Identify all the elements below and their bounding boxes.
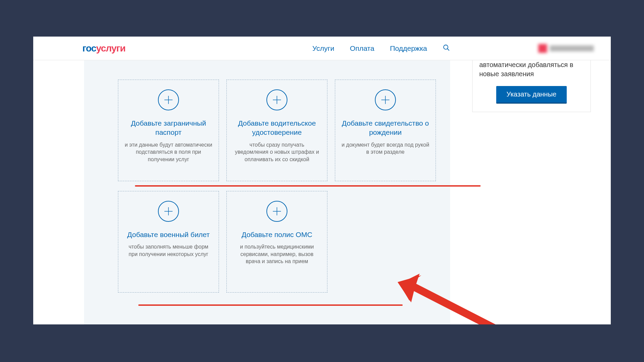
logo-part-gos: гос xyxy=(82,43,96,54)
user-name-blurred xyxy=(550,45,594,51)
logo[interactable]: госуслуги xyxy=(82,43,125,54)
nav-payment[interactable]: Оплата xyxy=(350,44,374,52)
card-desc: и эти данные будут автоматически подстав… xyxy=(124,141,213,163)
plus-icon xyxy=(266,89,287,110)
card-title: Добавьте военный билет xyxy=(124,230,213,239)
card-desc: и пользуйтесь медицинскими сервисами, на… xyxy=(233,243,321,265)
card-title: Добавьте свидетельство о рождении xyxy=(341,119,429,137)
card-title: Добавьте полис ОМС xyxy=(233,230,321,239)
logo-part-uslugi: услуги xyxy=(96,43,125,54)
cards-row-1: Добавьте заграничный паспорт и эти данны… xyxy=(118,80,436,181)
add-foreign-passport-card[interactable]: Добавьте заграничный паспорт и эти данны… xyxy=(118,80,219,181)
app-window: госуслуги Услуги Оплата Поддержка Добавь… xyxy=(33,37,611,324)
card-title: Добавьте водительское удостоверение xyxy=(233,119,321,137)
add-oms-policy-card[interactable]: Добавьте полис ОМС и пользуйтесь медицин… xyxy=(226,191,327,293)
card-desc: и документ будет всегда под рукой в этом… xyxy=(341,141,429,156)
header: госуслуги Услуги Оплата Поддержка xyxy=(33,37,611,60)
sidebar-callout: автоматически добавляться в новые заявле… xyxy=(472,60,591,112)
annotation-underline-1 xyxy=(135,185,481,187)
annotation-underline-2 xyxy=(138,304,403,306)
page-body: Добавьте заграничный паспорт и эти данны… xyxy=(33,60,611,324)
sidebar-text: автоматически добавляться в новые заявле… xyxy=(479,60,584,79)
documents-panel: Добавьте заграничный паспорт и эти данны… xyxy=(84,60,450,324)
plus-icon xyxy=(158,201,179,222)
plus-icon xyxy=(158,89,179,110)
svg-line-1 xyxy=(447,48,449,50)
main-nav: Услуги Оплата Поддержка xyxy=(313,44,450,53)
nav-services[interactable]: Услуги xyxy=(313,44,335,52)
plus-icon xyxy=(266,201,287,222)
card-desc: чтобы сразу получать уведомления о новых… xyxy=(233,141,321,163)
add-birth-certificate-card[interactable]: Добавьте свидетельство о рождении и доку… xyxy=(335,80,436,181)
card-desc: чтобы заполнять меньше форм при получени… xyxy=(124,243,213,258)
search-icon[interactable] xyxy=(443,44,450,53)
nav-support[interactable]: Поддержка xyxy=(390,44,427,52)
card-title: Добавьте заграничный паспорт xyxy=(124,119,213,137)
cards-row-2: Добавьте военный билет чтобы заполнять м… xyxy=(118,191,327,293)
plus-icon xyxy=(375,89,396,110)
add-driver-license-card[interactable]: Добавьте водительское удостоверение чтоб… xyxy=(226,80,327,181)
add-military-id-card[interactable]: Добавьте военный билет чтобы заполнять м… xyxy=(118,191,219,293)
specify-data-button[interactable]: Указать данные xyxy=(496,86,566,104)
svg-point-0 xyxy=(444,45,448,49)
avatar xyxy=(538,44,547,53)
user-menu[interactable] xyxy=(538,44,594,53)
